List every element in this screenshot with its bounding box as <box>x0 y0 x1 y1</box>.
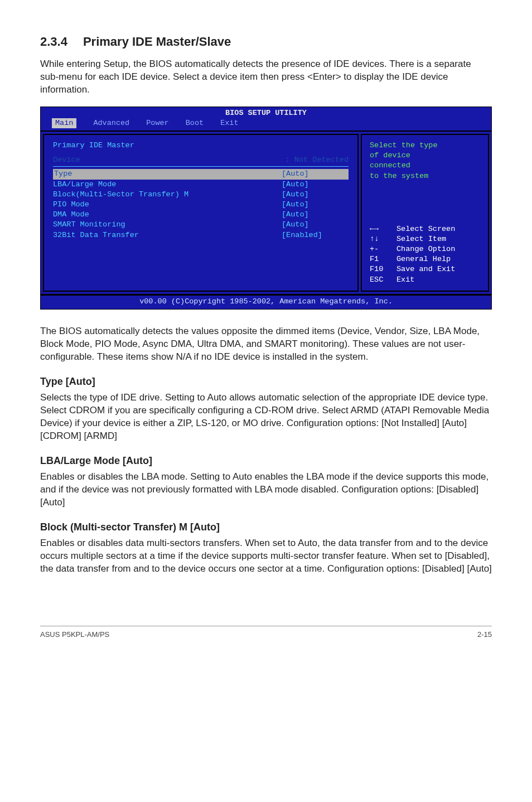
bios-row-value: [Auto] <box>282 169 349 179</box>
bios-row-label: 32Bit Data Transfer <box>53 230 282 240</box>
lba-heading: LBA/Large Mode [Auto] <box>40 454 492 467</box>
bios-row-label: SMART Monitoring <box>53 220 282 230</box>
bios-key-text: Save and Exit <box>396 264 455 274</box>
after-bios-paragraph: The BIOS automatically detects the value… <box>40 325 492 364</box>
bios-key-text: General Help <box>396 254 451 264</box>
bios-panel: BIOS SETUP UTILITY Main Advanced Power B… <box>40 107 492 310</box>
bios-row-value: [Auto] <box>282 190 349 200</box>
bios-key-row: F1General Help <box>370 254 480 264</box>
lba-body: Enables or disables the LBA mode. Settin… <box>40 471 492 509</box>
section-title: Primary IDE Master/Slave <box>83 35 231 49</box>
bios-help-line: to the system <box>370 171 480 181</box>
bios-row-label: Block(Multi-Sector Transfer) M <box>53 190 282 200</box>
page-footer: ASUS P5KPL-AM/PS 2-15 <box>40 626 492 640</box>
bios-device-label: Device <box>53 155 286 165</box>
bios-menu-main[interactable]: Main <box>52 118 76 128</box>
bios-help-line: Select the type <box>370 141 480 151</box>
bios-left-pane: Primary IDE Master Device : Not Detected… <box>43 134 359 292</box>
bios-row-block[interactable]: Block(Multi-Sector Transfer) M [Auto] <box>53 190 349 200</box>
bios-key-row: ↑↓Select Item <box>370 234 480 244</box>
footer-left: ASUS P5KPL-AM/PS <box>40 630 109 640</box>
bios-key-text: Exit <box>396 275 414 285</box>
bios-row-lba[interactable]: LBA/Large Mode [Auto] <box>53 180 349 190</box>
bios-key: ESC <box>370 275 396 285</box>
bios-menu-power[interactable]: Power <box>146 118 169 128</box>
bios-footer: v00.00 (C)Copyright 1985-2002, American … <box>41 295 491 309</box>
bios-row-type[interactable]: Type [Auto] <box>53 169 349 179</box>
bios-help-keys: ←→Select Screen ↑↓Select Item +-Change O… <box>370 224 480 285</box>
bios-title: BIOS SETUP UTILITY <box>41 107 491 118</box>
section-number: 2.3.4 <box>40 33 67 50</box>
bios-key-text: Select Item <box>396 234 446 244</box>
bios-device-value: : Not Detected <box>286 155 349 165</box>
intro-paragraph: While entering Setup, the BIOS automatic… <box>40 58 492 96</box>
bios-help-line: connected <box>370 161 480 171</box>
bios-key-row: ←→Select Screen <box>370 224 480 234</box>
bios-help-text: Select the type of device connected to t… <box>370 141 480 181</box>
block-heading: Block (Multi-sector Transfer) M [Auto] <box>40 520 492 534</box>
type-body: Selects the type of IDE drive. Setting t… <box>40 392 492 443</box>
bios-right-pane: Select the type of device connected to t… <box>361 134 489 292</box>
bios-key-row: ESCExit <box>370 275 480 285</box>
bios-row-32bit[interactable]: 32Bit Data Transfer [Enabled] <box>53 230 349 240</box>
bios-key: F10 <box>370 264 396 274</box>
bios-row-label: PIO Mode <box>53 200 282 210</box>
bios-row-value: [Enabled] <box>282 230 349 240</box>
bios-row-value: [Auto] <box>282 200 349 210</box>
bios-menu-bar: Main Advanced Power Boot Exit <box>41 118 491 131</box>
bios-key: ←→ <box>370 224 396 234</box>
bios-device-row: Device : Not Detected <box>53 155 349 165</box>
bios-body: Primary IDE Master Device : Not Detected… <box>41 131 491 295</box>
bios-row-value: [Auto] <box>282 210 349 220</box>
bios-key: ↑↓ <box>370 234 396 244</box>
block-body: Enables or disables data multi-sectors t… <box>40 537 492 576</box>
bios-row-label: LBA/Large Mode <box>53 180 282 190</box>
bios-key: +- <box>370 244 396 254</box>
section-heading: 2.3.4Primary IDE Master/Slave <box>40 33 492 50</box>
bios-row-smart[interactable]: SMART Monitoring [Auto] <box>53 220 349 230</box>
bios-divider <box>53 166 349 167</box>
bios-menu-boot[interactable]: Boot <box>186 118 204 128</box>
bios-key-row: +-Change Option <box>370 244 480 254</box>
bios-row-value: [Auto] <box>282 180 349 190</box>
bios-key-text: Select Screen <box>396 224 455 234</box>
footer-right: 2-15 <box>477 630 492 640</box>
bios-menu-exit[interactable]: Exit <box>220 118 238 128</box>
bios-key: F1 <box>370 254 396 264</box>
bios-row-dma[interactable]: DMA Mode [Auto] <box>53 210 349 220</box>
type-heading: Type [Auto] <box>40 375 492 388</box>
bios-row-label: DMA Mode <box>53 210 282 220</box>
bios-key-text: Change Option <box>396 244 455 254</box>
bios-menu-advanced[interactable]: Advanced <box>93 118 129 128</box>
bios-help-line: of device <box>370 151 480 161</box>
bios-key-row: F10Save and Exit <box>370 264 480 274</box>
bios-row-label: Type <box>53 169 282 179</box>
bios-row-value: [Auto] <box>282 220 349 230</box>
bios-subheading: Primary IDE Master <box>53 141 349 151</box>
bios-row-pio[interactable]: PIO Mode [Auto] <box>53 200 349 210</box>
